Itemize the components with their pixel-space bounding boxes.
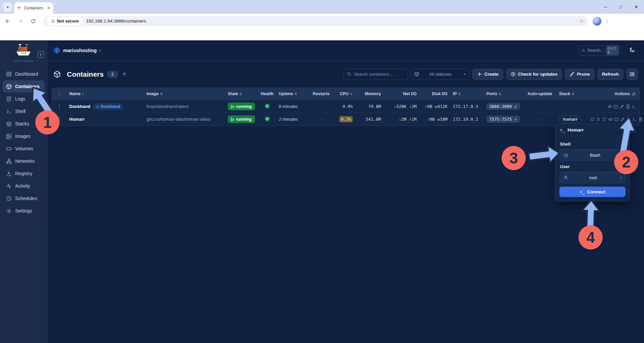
sidebar-item-logs[interactable]: Logs xyxy=(3,93,44,105)
sidebar-collapse-icon[interactable]: ❮ xyxy=(38,51,44,58)
pause-icon[interactable] xyxy=(596,117,601,122)
browser-toolbar: ⚠ Not secure 192.168.1.84:3866/container… xyxy=(0,14,644,28)
restarts: - xyxy=(308,117,334,122)
col-ports[interactable]: Ports⇅ xyxy=(484,91,523,96)
sliders-icon[interactable] xyxy=(631,91,636,97)
refresh-button[interactable]: Refresh xyxy=(597,69,624,80)
edit-pencil-icon[interactable] xyxy=(620,117,625,122)
connect-button[interactable]: >_ Connect xyxy=(559,187,626,197)
stacks-icon xyxy=(6,121,12,127)
window-minimize-button[interactable]: ─ xyxy=(598,0,613,14)
uptime: 8 minutes xyxy=(276,104,308,109)
inspect-eye-icon[interactable] xyxy=(608,117,613,122)
container-name[interactable]: Dockhand xyxy=(69,104,90,109)
stop-icon[interactable] xyxy=(590,117,595,122)
sidebar-item-settings[interactable]: Settings xyxy=(3,205,44,217)
net-up-icon: ↑ xyxy=(409,104,412,109)
browser-tab[interactable]: Containers ✕ xyxy=(14,2,53,14)
tab-close-icon[interactable]: ✕ xyxy=(47,6,50,10)
search-icon xyxy=(347,72,351,76)
sidebar-item-dashboard[interactable]: Dashboard xyxy=(3,68,44,80)
col-ip[interactable]: IP⇅ xyxy=(450,91,484,96)
dark-mode-toggle[interactable] xyxy=(629,47,635,54)
restart-icon[interactable] xyxy=(602,117,607,122)
sidebar-item-registry[interactable]: Registry xyxy=(3,167,44,180)
user-select[interactable]: root ▾ xyxy=(559,172,626,183)
col-image[interactable]: Image⇅ xyxy=(144,91,225,96)
cpu-value-highlighted: 0.2% xyxy=(339,116,353,122)
table-row-dockhand[interactable]: Dockhand Dockhand fnsys/dockhand:latest … xyxy=(52,100,640,113)
browser-profile-avatar[interactable] xyxy=(593,17,601,26)
logs-file-icon[interactable] xyxy=(626,104,630,109)
col-uptime[interactable]: Uptime⇅ xyxy=(276,91,308,96)
terminal-icon[interactable] xyxy=(632,117,637,122)
global-search[interactable]: Search... Ctrl K xyxy=(579,45,622,56)
logs-file-icon[interactable] xyxy=(626,117,631,122)
layout-toggle-button[interactable] xyxy=(626,69,638,80)
not-secure-chip[interactable]: ⚠ Not secure xyxy=(47,17,83,25)
sidebar-item-containers[interactable]: Containers xyxy=(3,80,44,92)
col-net-io[interactable]: Net I/O xyxy=(384,91,419,96)
files-folder-icon[interactable] xyxy=(614,117,619,122)
table-row-homarr[interactable]: Homarr ghcr.io/homarr-labs/homarr:latest… xyxy=(52,113,640,125)
sidebar-item-activity[interactable]: Activity xyxy=(3,180,44,192)
url-text[interactable]: 192.168.1.84:3866/containers xyxy=(86,18,146,24)
ip-value: 172.17.0.3 xyxy=(450,104,484,109)
check-for-updates-button[interactable]: Check for updates xyxy=(506,69,562,80)
address-bar[interactable]: ⚠ Not secure 192.168.1.84:3866/container… xyxy=(43,16,588,26)
bash-shell-icon xyxy=(563,152,568,158)
sidebar-item-stacks[interactable]: Stacks xyxy=(3,118,44,130)
delete-trash-icon[interactable] xyxy=(638,117,643,122)
warning-icon: ⚠ xyxy=(51,18,55,24)
container-name[interactable]: Homarr xyxy=(69,117,85,122)
containers-table: Name↑ Image⇅ State⇅ Health Uptime⇅ Resta… xyxy=(51,87,640,126)
auto-update-value: - xyxy=(523,117,556,122)
col-cpu[interactable]: CPU⇅ xyxy=(334,91,355,96)
ports-badge[interactable]: 3866:3000 xyxy=(486,103,520,110)
environment-name[interactable]: mariushosting xyxy=(63,48,97,53)
prune-button[interactable]: Prune xyxy=(565,69,594,80)
col-health[interactable]: Health xyxy=(258,91,276,96)
chevron-down-icon: ▾ xyxy=(620,176,622,180)
select-all-checkbox[interactable] xyxy=(59,91,60,97)
terminal-icon[interactable] xyxy=(632,104,636,109)
browser-menu-icon[interactable]: ⋮ xyxy=(605,18,610,24)
col-memory[interactable]: Memory xyxy=(355,91,384,96)
col-stack[interactable]: Stack⇅ xyxy=(556,91,587,96)
col-state[interactable]: State⇅ xyxy=(225,91,258,96)
window-maximize-button[interactable]: □ xyxy=(613,0,629,14)
search-containers-input[interactable]: Search containers... xyxy=(343,69,408,80)
sidebar-item-schedules[interactable]: Schedules xyxy=(3,192,44,204)
back-icon[interactable] xyxy=(3,16,13,26)
page-top-margin xyxy=(0,28,644,40)
sidebar-item-shell[interactable]: Shell xyxy=(3,105,44,117)
sidebar-item-networks[interactable]: Networks xyxy=(3,155,44,167)
inspect-eye-icon[interactable] xyxy=(607,104,612,109)
row-checkbox[interactable] xyxy=(59,116,60,122)
environment-chevron-down-icon[interactable]: ▾ xyxy=(99,48,101,53)
sidebar-item-volumes[interactable]: Volumes xyxy=(3,143,44,155)
files-folder-icon[interactable] xyxy=(613,104,618,109)
health-dot xyxy=(265,117,269,121)
row-checkbox[interactable] xyxy=(59,104,60,109)
edit-pencil-icon[interactable] xyxy=(619,104,624,109)
container-image: ghcr.io/homarr-labs/homarr:latest xyxy=(144,117,225,122)
tab-search-chevron-icon[interactable]: ▾ xyxy=(3,3,12,11)
col-auto-update[interactable]: Auto-update xyxy=(523,91,556,96)
shell-select[interactable]: Bash xyxy=(559,149,626,161)
window-close-button[interactable]: ✕ xyxy=(629,0,644,14)
status-filter-select[interactable]: All statuses ▾ xyxy=(411,69,470,80)
create-button[interactable]: Create xyxy=(472,69,503,80)
col-name[interactable]: Name↑ xyxy=(67,91,144,96)
bookmark-star-icon[interactable]: ☆ xyxy=(579,18,584,24)
reload-icon[interactable] xyxy=(28,16,38,26)
forward-icon[interactable] xyxy=(15,16,26,26)
dashboard-icon xyxy=(6,71,12,77)
dockhand-link-badge[interactable]: Dockhand xyxy=(93,103,123,110)
col-restarts[interactable]: Restarts xyxy=(308,91,334,96)
col-disk-io[interactable]: Disk I/O xyxy=(419,91,450,96)
sidebar-item-images[interactable]: Images xyxy=(3,130,44,142)
stack-badge[interactable]: homarr xyxy=(559,116,582,123)
sort-icon: ⇅ xyxy=(294,92,297,96)
ports-badge[interactable]: 7575:7575 xyxy=(486,116,520,123)
